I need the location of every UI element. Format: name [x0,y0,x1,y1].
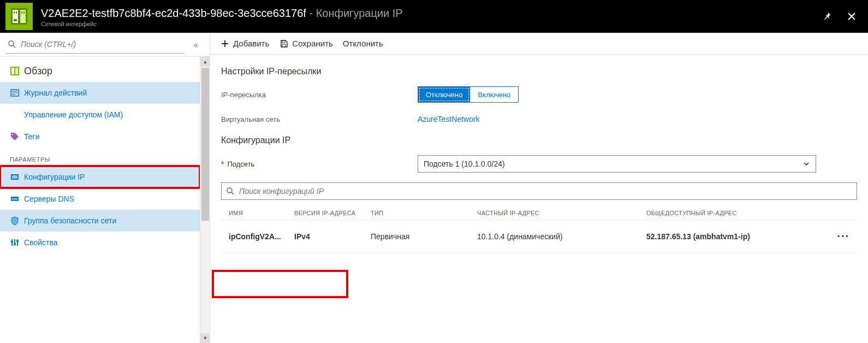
nav-label: Группа безопасности сети [24,216,116,225]
grid-header: ИМЯ ВЕРСИЯ IP-АДРЕСА ТИП ЧАСТНЫЙ IP-АДРЕ… [221,206,857,220]
svg-rect-7 [23,11,25,14]
subnet-select[interactable]: Подсеть 1 (10.1.0.0/24) [418,155,816,173]
plus-icon [220,39,230,48]
scroll-thumb[interactable] [201,68,209,221]
cell-public-ip: 52.187.65.13 (ambhatvm1-ip) [646,232,828,241]
svg-point-17 [12,134,14,135]
svg-rect-26 [14,243,16,245]
sidebar-item-ip-configurations[interactable]: Конфигурации IP [0,166,200,188]
subnet-value: Подсеть 1 (10.1.0.0/24) [424,159,505,168]
col-public-ip: ОБЩЕДОСТУПНЫЙ IP-АДРЕС [646,210,828,216]
svg-rect-25 [11,241,13,243]
discard-button[interactable]: Отклонить [340,34,387,54]
ip-forwarding-title: Настройки IP-пересылки [221,67,857,76]
close-button[interactable] [843,8,860,25]
svg-rect-12 [15,68,18,74]
ip-forwarding-label: IP-пересылка [221,91,418,99]
nav-label: Журнал действий [24,88,87,97]
col-name: ИМЯ [229,210,294,216]
sidebar-item-dns[interactable]: www Серверы DNS [0,188,200,210]
svg-rect-19 [12,175,17,179]
svg-text:www: www [12,197,18,200]
header-title-wrap: V2AE2E2-testfb7c8bf4-ec2d-433b-98ec-3e3c… [41,6,819,27]
properties-icon [10,238,24,247]
save-button[interactable]: Сохранить [276,34,336,54]
sidebar-search-input[interactable] [21,40,182,49]
nsg-icon [10,216,24,226]
chevron-down-icon [802,160,810,168]
sidebar-search-row: « [0,33,210,57]
col-version: ВЕРСИЯ IP-АДРЕСА [294,210,371,216]
blade-subtitle-suffix: - Конфигурации IP [306,7,403,19]
nav-label: Управление доступом (IAM) [24,110,123,119]
ip-forwarding-toggle[interactable]: Отключено Включено [418,86,519,103]
sidebar-item-nsg[interactable]: Группа безопасности сети [0,210,200,232]
resource-icon [5,3,33,30]
svg-rect-2 [14,11,15,14]
sidebar-search[interactable] [5,36,185,54]
content-pane: Добавить Сохранить Отклонить Настройки I… [210,33,868,343]
ip-configurations-title: Конфигурации IP [221,135,857,145]
svg-rect-4 [14,19,17,21]
header-actions [819,8,860,25]
blade-header: V2AE2E2-testfb7c8bf4-ec2d-433b-98ec-3e3c… [0,0,868,33]
sidebar-group-settings: ПАРАМЕТРЫ [0,147,200,166]
save-icon [279,39,289,48]
sidebar: « ▲ ▼ Обзор Журнал действий [0,33,210,343]
overview-icon [10,66,24,76]
btn-label: Добавить [233,39,269,48]
svg-rect-23 [14,239,15,246]
toolbar: Добавить Сохранить Отклонить [210,33,868,55]
virtual-network-link[interactable]: AzureTestNetwork [418,115,480,123]
required-asterisk: * [221,159,224,168]
add-button[interactable]: Добавить [217,34,272,54]
row-actions-button[interactable]: ··· [837,230,849,242]
cell-name: ipConfigV2A... [229,232,294,241]
ipconfig-filter[interactable] [221,182,857,200]
sidebar-item-overview[interactable]: Обзор [0,60,200,82]
toggle-off[interactable]: Отключено [418,87,470,102]
ipconfig-grid: ИМЯ ВЕРСИЯ IP-АДРЕСА ТИП ЧАСТНЫЙ IP-АДРЕ… [221,206,857,253]
btn-label: Отклонить [343,39,383,48]
svg-line-31 [231,192,234,194]
search-icon [8,40,21,49]
svg-rect-5 [20,10,26,23]
nav-label: Теги [24,132,39,141]
svg-rect-6 [21,11,22,14]
svg-point-8 [9,41,14,46]
blade-title: V2AE2E2-testfb7c8bf4-ec2d-433b-98ec-3e3c… [41,7,819,20]
tags-icon [10,132,24,141]
resource-type: Сетевой интерфейс [41,21,819,27]
nav-label: Конфигурации IP [24,173,85,181]
cell-private-ip: 10.1.0.4 (динамический) [477,232,646,241]
nav-label: Свойства [24,238,57,247]
col-type: ТИП [371,210,477,216]
scroll-down-button[interactable]: ▼ [200,333,210,343]
svg-rect-24 [17,239,18,246]
col-actions [828,210,849,216]
sidebar-item-activity-log[interactable]: Журнал действий [0,82,200,104]
subnet-label: *Подсеть [221,159,418,168]
toggle-on[interactable]: Включено [470,87,518,102]
search-icon [226,187,235,196]
resource-name: V2AE2E2-testfb7c8bf4-ec2d-433b-98ec-3e3c… [41,7,306,19]
svg-point-30 [227,188,232,193]
sidebar-item-iam[interactable]: Управление доступом (IAM) [0,104,200,126]
highlight-row [212,270,348,298]
ipconfig-row[interactable]: ipConfigV2A... IPv4 Первичная 10.1.0.4 (… [221,220,857,253]
sidebar-scrollbar[interactable]: ▲ ▼ [200,57,210,343]
collapse-sidebar-button[interactable]: « [188,37,204,53]
pin-button[interactable] [819,8,836,25]
sidebar-item-properties[interactable]: Свойства [0,232,200,253]
ipconfig-filter-input[interactable] [239,187,852,196]
scroll-up-button[interactable]: ▲ [200,57,210,67]
btn-label: Сохранить [292,39,333,48]
cell-version: IPv4 [294,232,371,241]
cell-type: Первичная [371,232,477,241]
svg-rect-11 [11,68,14,74]
svg-rect-27 [16,240,19,242]
ipcfg-icon [10,172,24,182]
nav-label: Обзор [24,66,52,77]
svg-rect-3 [16,11,17,14]
sidebar-item-tags[interactable]: Теги [0,126,200,147]
